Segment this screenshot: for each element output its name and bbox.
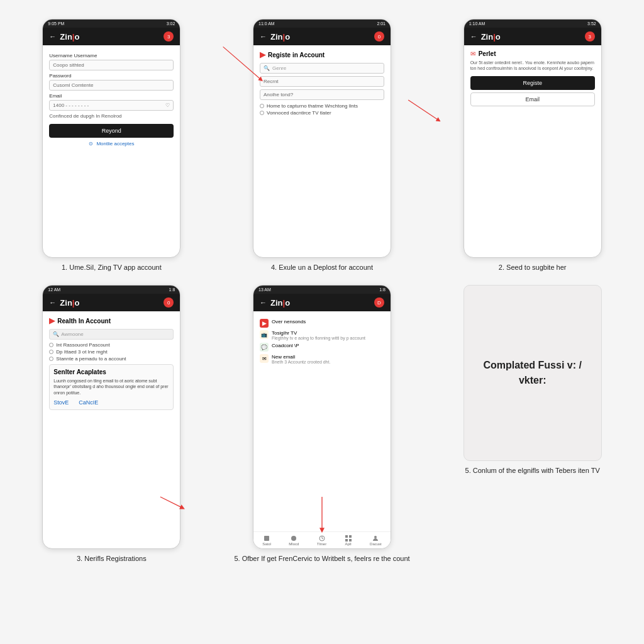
- nav-item-satol[interactable]: Satol: [262, 535, 271, 546]
- notif-item-3: 💬 Coadconl \P: [260, 343, 384, 352]
- form-title-4: ▶ Registe in Account: [260, 50, 384, 59]
- svg-point-8: [374, 536, 377, 538]
- phone-step3: 12 AM 1:8 ← Zin|o 0 ▶ Realth In Account …: [42, 285, 180, 549]
- status-bar-4: 11:0 AM 2:01: [253, 19, 391, 28]
- caption-step5: 5. Ofber If get FrenCervic to Writbelt s…: [234, 554, 409, 564]
- nav-icon-dacust: [372, 535, 379, 542]
- svg-rect-6: [345, 539, 348, 541]
- dialog-save-btn[interactable]: StovE: [53, 399, 69, 406]
- register-button-1[interactable]: Reyond: [49, 124, 174, 138]
- step-3-cell: 12 AM 1:8 ← Zin|o 0 ▶ Realth In Account …: [14, 285, 209, 564]
- back-arrow-icon-2[interactable]: ←: [470, 33, 477, 40]
- dialog-actions-3: StovE CaNcIE: [53, 399, 169, 406]
- nav-item-tlmer[interactable]: Tlmer: [317, 535, 326, 546]
- select-field-4[interactable]: Anolhe tond?: [260, 89, 384, 100]
- status-signal-4: 2:01: [377, 21, 386, 26]
- radio-opt-3-3[interactable]: Stannte a pemadu to a account: [49, 356, 174, 362]
- step-5-cell: 13 AM 1:8 ← Zin|o D ▶ Over nensonds 📺 To…: [225, 285, 420, 564]
- svg-rect-5: [349, 535, 352, 538]
- username-input[interactable]: Coopo sithted: [49, 60, 174, 70]
- caption-completed: 5. Conlum of the elgnifls with Tebers it…: [465, 466, 600, 475]
- step-1-cell: 9:05 PM 3:02 ← Zin|o 3 Username Username…: [14, 19, 209, 272]
- status-signal-3: 1:8: [169, 287, 175, 292]
- status-bar-1: 9:05 PM 3:02: [43, 19, 180, 28]
- email-button-2[interactable]: Email: [470, 92, 595, 106]
- caption-step3: 3. Nerifls Registrations: [77, 554, 147, 564]
- app-header-2: ← Zin|o 3: [464, 28, 601, 45]
- yt-icon-3: ▶: [49, 316, 55, 325]
- link-text-1[interactable]: ⊙ Montlie acceptes: [49, 141, 174, 147]
- status-signal-5: 1:8: [379, 287, 386, 292]
- nav-item-mlocd[interactable]: Mlocd: [289, 535, 299, 546]
- nav-item-dacust[interactable]: Dacust: [370, 535, 382, 546]
- back-arrow-icon-3[interactable]: ←: [49, 299, 56, 306]
- email-label: Email: [49, 93, 174, 99]
- notification-badge-4: 0: [374, 31, 384, 42]
- dialog-title-3: Senlter Acaplates: [53, 369, 169, 375]
- search-bar-4[interactable]: 🔍 Genre: [260, 63, 384, 74]
- nav-icon-apll: [345, 535, 352, 542]
- svg-point-3: [291, 536, 296, 541]
- form-title-3: ▶ Realth In Account: [49, 316, 174, 325]
- section-title-2: Perlet: [479, 50, 496, 57]
- app-header-4: ← Zin|o 0: [253, 28, 391, 45]
- password-input[interactable]: Cusoml Comtente: [49, 80, 174, 91]
- notification-badge-2: 3: [585, 31, 595, 42]
- notif-item-2: 📺 TosigIhr TV Flegthhy tv e aoing to flo…: [260, 330, 384, 340]
- radio-option-2[interactable]: Vonnoced dacntirce TV tlater: [260, 110, 384, 116]
- dialog-cancel-btn[interactable]: CaNcIE: [79, 399, 98, 406]
- notif-email-icon: ✉: [260, 354, 269, 363]
- notif-yt-icon: ▶: [260, 319, 269, 328]
- back-arrow-icon[interactable]: ←: [49, 33, 56, 40]
- status-signal-1: 3:02: [167, 21, 175, 26]
- notif-title-1: Over nensonds: [272, 319, 306, 325]
- step-completed-cell: Complated Fussi v: / vkter: 5. Conlum of…: [435, 285, 630, 564]
- radio-opt-3-1[interactable]: Int Rassouord Pascount: [49, 342, 174, 348]
- dialog-box-3: Senlter Acaplates Luunh congosed on tlin…: [49, 364, 174, 409]
- app-logo-1: Zin|o: [60, 32, 79, 42]
- notif-item-4: ✉ New emall Bneth 3 Accountz crooted dht…: [260, 354, 384, 364]
- phone-content-2: ✉ Perlet Our 5t aster ontedint nerel:. Y…: [464, 45, 601, 111]
- register-button-2[interactable]: Registe: [470, 76, 595, 90]
- username-label: Username Username: [49, 53, 174, 58]
- notification-badge-1: 3: [164, 31, 174, 42]
- phone-step2: 1:10 AM 3:52 ← Zin|o 3 ✉ Perlet Our 5t a…: [464, 19, 602, 258]
- email-input[interactable]: 1400 - - - - - - - - ♡: [49, 100, 174, 111]
- nav-item-apll[interactable]: Apll: [345, 535, 352, 546]
- body-text-2: Our 5t aster ontedint nerel:. You enote.…: [470, 60, 595, 71]
- completed-text: Complated Fussi v: / vkter:: [477, 358, 589, 388]
- nav-icon-satol: [263, 535, 270, 542]
- password-label: Password: [49, 73, 174, 79]
- status-time-2: 1:10 AM: [469, 21, 486, 26]
- status-bar-5: 13 AM 1:8: [253, 286, 391, 294]
- nav-icon-mlocd: [290, 535, 297, 542]
- notif-title-3: Coadconl \P: [272, 343, 299, 348]
- nav-icon-tlmer: [318, 535, 326, 542]
- mail-icon-2: ✉: [470, 50, 475, 57]
- notif-title-4: New emall: [272, 354, 330, 360]
- back-arrow-icon-5[interactable]: ←: [260, 299, 267, 306]
- app-header-1: ← Zin|o 3: [43, 28, 180, 45]
- notif-sub-2: Flegthhy tv e aoing to flonning wittl by…: [272, 336, 365, 340]
- notif-item-1: ▶ Over nensonds: [260, 319, 384, 328]
- radio-options-4: Home to capturno thatme Wnchtong llnts V…: [260, 103, 384, 116]
- phone-content-3: ▶ Realth In Account 🔍 Awmoone Int Rassou…: [43, 311, 180, 414]
- back-arrow-icon-4[interactable]: ←: [260, 33, 267, 40]
- search-bar-3[interactable]: 🔍 Awmoone: [49, 329, 174, 340]
- app-logo-5: Zin|o: [270, 298, 290, 308]
- svg-rect-2: [264, 536, 269, 541]
- app-logo-3: Zin|o: [60, 298, 79, 308]
- status-bar-3: 12 AM 1:8: [43, 286, 180, 294]
- radio-opt-3-2[interactable]: Dp Ittaed 3 ot Ine mght: [49, 349, 174, 355]
- phone-step4: 11:0 AM 2:01 ← Zin|o 0 ▶ Registe in Acco…: [253, 19, 391, 258]
- caption-step2: 2. Seed to sugbite her: [499, 263, 567, 272]
- section-header-2: ✉ Perlet: [470, 50, 595, 57]
- recent-input-4[interactable]: Recrnt: [260, 76, 384, 87]
- notification-badge-5: D: [374, 297, 384, 308]
- notif-title-2: TosigIhr TV: [272, 330, 365, 336]
- yt-icon-4: ▶: [260, 50, 265, 59]
- notification-badge-3: 0: [164, 297, 174, 308]
- radio-option-1[interactable]: Home to capturno thatme Wnchtong llnts: [260, 103, 384, 109]
- phone-content-5: ▶ Over nensonds 📺 TosigIhr TV Flegthhy t…: [253, 311, 391, 372]
- confirm-text-1: Confinced de dupgh In Renolrod: [49, 113, 174, 119]
